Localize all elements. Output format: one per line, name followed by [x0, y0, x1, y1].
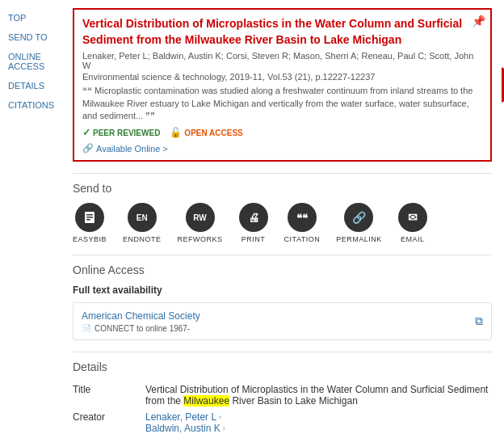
pin-icon[interactable]: 📌: [472, 15, 485, 27]
print-icon: 🖨: [239, 203, 268, 232]
article-authors: Lenaker, Peter L; Baldwin, Austin K; Cor…: [82, 51, 482, 70]
easybib-icon: [75, 203, 104, 232]
connect-icon: 📄: [82, 324, 91, 333]
online-access-title: Online Access: [73, 263, 492, 276]
article-header: Vertical Distribution of Microplastics i…: [73, 8, 492, 162]
title-value: Vertical Distribution of Microplastics i…: [145, 381, 492, 409]
citation-button[interactable]: ❝❝ CITATION: [284, 203, 321, 243]
article-title[interactable]: Vertical Distribution of Microplastics i…: [82, 16, 482, 48]
quote-close: ❞❞: [145, 111, 155, 120]
creator-1: Lenaker, Peter L ›: [145, 411, 492, 423]
sidebar-item-online-access[interactable]: ONLINE ACCESS: [0, 47, 65, 76]
peer-reviewed-badge: ✓ PEER REVIEWED: [82, 127, 160, 138]
email-button[interactable]: ✉ EMAIL: [398, 203, 427, 243]
endnote-label: ENDNOTE: [123, 235, 162, 243]
chevron-1: ›: [219, 413, 221, 421]
access-box: American Chemical Society 📄 CONNECT to o…: [73, 302, 492, 340]
peer-reviewed-icon: ✓: [82, 127, 90, 138]
send-to-icons: EASYBIB EN ENDNOTE RW REFWORKS 🖨 PRINT ❝…: [73, 203, 492, 243]
sidebar-item-details[interactable]: DETAILS: [0, 76, 65, 95]
main-content: Vertical Distribution of Microplastics i…: [65, 0, 504, 434]
available-chevron: >: [162, 144, 167, 154]
open-access-icon: 🔓: [170, 127, 182, 138]
available-online-link[interactable]: 🔗 Available Online >: [82, 143, 482, 154]
creator-2: Baldwin, Austin K ›: [145, 423, 492, 434]
online-access-section: Online Access Full text availability Ame…: [73, 255, 492, 340]
print-button[interactable]: 🖨 PRINT: [239, 203, 268, 243]
refworks-button[interactable]: RW REFWORKS: [178, 203, 223, 243]
title-label: Title: [73, 381, 145, 409]
article-journal: Environmental science & technology, 2019…: [82, 72, 482, 82]
article-header-wrapper: Vertical Distribution of Microplastics i…: [73, 8, 492, 162]
full-text-label: Full text availability: [73, 284, 492, 296]
permalink-label: PERMALINK: [336, 235, 382, 243]
external-link-icon[interactable]: ⧉: [475, 314, 483, 328]
link-icon: 🔗: [82, 143, 94, 154]
svg-rect-2: [86, 217, 93, 218]
highlight-milwaukee: Milwaukee: [183, 395, 229, 407]
svg-rect-3: [86, 219, 90, 221]
creator-values: Lenaker, Peter L › Baldwin, Austin K › C…: [145, 409, 492, 434]
details-table: Title Vertical Distribution of Microplas…: [73, 381, 492, 434]
connect-text: 📄 CONNECT to online 1967-: [82, 324, 200, 333]
print-label: PRINT: [242, 235, 266, 243]
creator-label: Creator: [73, 409, 145, 434]
sidebar-item-citations[interactable]: CITATIONS: [0, 95, 65, 115]
badges: ✓ PEER REVIEWED 🔓 OPEN ACCESS: [82, 127, 482, 138]
details-title: Details: [73, 360, 492, 373]
sidebar-item-top[interactable]: TOP: [0, 8, 65, 27]
sidebar-item-send-to[interactable]: SEND TO: [0, 27, 65, 47]
details-section: Details Title Vertical Distribution of M…: [73, 352, 492, 434]
article-abstract: ❝❝ Microplastic contamination was studie…: [82, 85, 482, 122]
endnote-icon: EN: [128, 203, 157, 232]
permalink-icon: 🔗: [344, 203, 373, 232]
creator-link-1[interactable]: Lenaker, Peter L: [145, 411, 216, 423]
easybib-label: EASYBIB: [73, 235, 107, 243]
endnote-button[interactable]: EN ENDNOTE: [123, 203, 162, 243]
send-to-section: Send to EASYBIB EN ENDNOTE RW REFWORKS: [73, 173, 492, 243]
svg-rect-1: [86, 214, 93, 216]
chevron-2: ›: [223, 424, 225, 432]
send-to-title: Send to: [73, 182, 492, 195]
refworks-icon: RW: [186, 203, 215, 232]
citation-icon: ❝❝: [288, 203, 317, 232]
email-label: EMAIL: [401, 235, 425, 243]
permalink-button[interactable]: 🔗 PERMALINK: [336, 203, 382, 243]
email-icon: ✉: [398, 203, 427, 232]
provider-link[interactable]: American Chemical Society: [82, 310, 200, 322]
quote-open: ❝❝: [82, 86, 92, 95]
open-access-badge: 🔓 OPEN ACCESS: [170, 127, 242, 138]
easybib-button[interactable]: EASYBIB: [73, 203, 107, 243]
creator-link-2[interactable]: Baldwin, Austin K: [145, 423, 220, 434]
creator-row: Creator Lenaker, Peter L › Baldwin, Aust…: [73, 409, 492, 434]
access-info: American Chemical Society 📄 CONNECT to o…: [82, 310, 200, 333]
citation-label: CITATION: [284, 235, 321, 243]
title-row: Title Vertical Distribution of Microplas…: [73, 381, 492, 409]
sidebar: TOP SEND TO ONLINE ACCESS DETAILS CITATI…: [0, 0, 65, 434]
refworks-label: REFWORKS: [178, 235, 223, 243]
